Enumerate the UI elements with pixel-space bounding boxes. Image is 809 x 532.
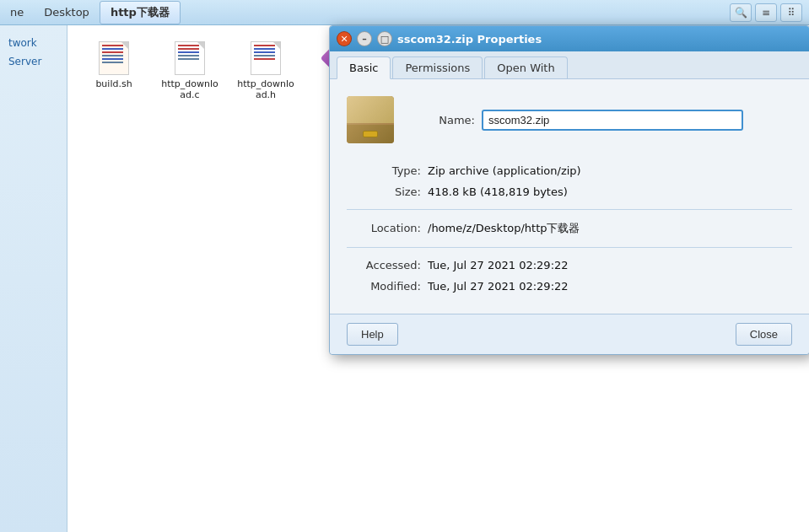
file-header: Name: xyxy=(347,96,792,143)
file-icon-http-download-h xyxy=(249,41,283,75)
sidebar-item-server[interactable]: Server xyxy=(3,52,63,71)
type-row: Type: Zip archive (application/zip) xyxy=(347,160,792,181)
location-key: Location: xyxy=(347,222,421,234)
file-item-http-download-c[interactable]: http_download.c xyxy=(156,38,224,104)
size-value: 418.8 kB (418,819 bytes) xyxy=(428,185,568,198)
location-value: /home/z/Desktop/http下载器 xyxy=(428,221,580,236)
list-view-button[interactable]: ≡ xyxy=(755,3,777,22)
dialog-content: Name: Type: Zip archive (application/zip… xyxy=(330,79,809,314)
close-button[interactable]: Close xyxy=(736,323,792,346)
accessed-value: Tue, Jul 27 2021 02:29:22 xyxy=(428,259,569,271)
type-value: Zip archive (application/zip) xyxy=(428,164,581,177)
zip-flap xyxy=(347,125,394,143)
file-label-http-download-h: http_download.h xyxy=(235,78,296,100)
file-item-build-sh[interactable]: build.sh xyxy=(80,38,148,104)
taskbar-actions: 🔍 ≡ ⠿ xyxy=(730,3,809,22)
dialog-maximize-button[interactable]: □ xyxy=(377,31,392,46)
modified-key: Modified: xyxy=(347,280,421,293)
dialog-footer: Help Close xyxy=(330,314,809,354)
modified-value: Tue, Jul 27 2021 02:29:22 xyxy=(428,280,569,293)
search-button[interactable]: 🔍 xyxy=(730,3,752,22)
separator-2 xyxy=(347,247,792,248)
modified-row: Modified: Tue, Jul 27 2021 02:29:22 xyxy=(347,276,792,297)
separator-1 xyxy=(347,209,792,210)
name-row: Name: xyxy=(407,110,743,131)
file-icon-http-download-c xyxy=(173,41,207,75)
taskbar-item-http-downloader[interactable]: http下载器 xyxy=(100,1,181,24)
accessed-key: Accessed: xyxy=(347,259,421,271)
dialog-titlebar: ✕ – □ sscom32.zip Properties xyxy=(330,26,809,51)
tab-basic[interactable]: Basic xyxy=(337,56,391,79)
file-label-build-sh: build.sh xyxy=(95,78,132,89)
file-item-http-download-h[interactable]: http_download.h xyxy=(232,38,299,104)
taskbar: ne Desktop http下载器 🔍 ≡ ⠿ xyxy=(0,0,809,25)
file-icon-build-sh xyxy=(97,41,131,75)
size-row: Size: 418.8 kB (418,819 bytes) xyxy=(347,181,792,202)
size-key: Size: xyxy=(347,185,421,198)
sidebar: twork Server xyxy=(0,25,67,532)
dialog-title: sscom32.zip Properties xyxy=(397,33,802,46)
sidebar-item-network[interactable]: twork xyxy=(3,34,63,52)
accessed-row: Accessed: Tue, Jul 27 2021 02:29:22 xyxy=(347,255,792,276)
taskbar-item-ne[interactable]: ne xyxy=(0,3,34,22)
name-input[interactable] xyxy=(482,110,743,131)
zip-clasp xyxy=(363,131,378,137)
dialog-minimize-button[interactable]: – xyxy=(357,31,372,46)
properties-table: Type: Zip archive (application/zip) Size… xyxy=(347,160,792,297)
properties-dialog: ✕ – □ sscom32.zip Properties Basic Permi… xyxy=(329,25,809,355)
grid-view-button[interactable]: ⠿ xyxy=(780,3,802,22)
help-button[interactable]: Help xyxy=(347,323,398,346)
dialog-tabs: Basic Permissions Open With xyxy=(330,51,809,79)
location-row: Location: /home/z/Desktop/http下载器 xyxy=(347,217,792,240)
taskbar-item-desktop[interactable]: Desktop xyxy=(34,3,100,22)
type-key: Type: xyxy=(347,164,421,177)
big-zip-icon xyxy=(347,96,394,143)
tab-open-with[interactable]: Open With xyxy=(484,56,567,78)
dialog-close-button[interactable]: ✕ xyxy=(337,31,352,46)
file-label-http-download-c: http_download.c xyxy=(159,78,220,100)
name-label: Name: xyxy=(407,114,475,126)
tab-permissions[interactable]: Permissions xyxy=(392,56,483,78)
